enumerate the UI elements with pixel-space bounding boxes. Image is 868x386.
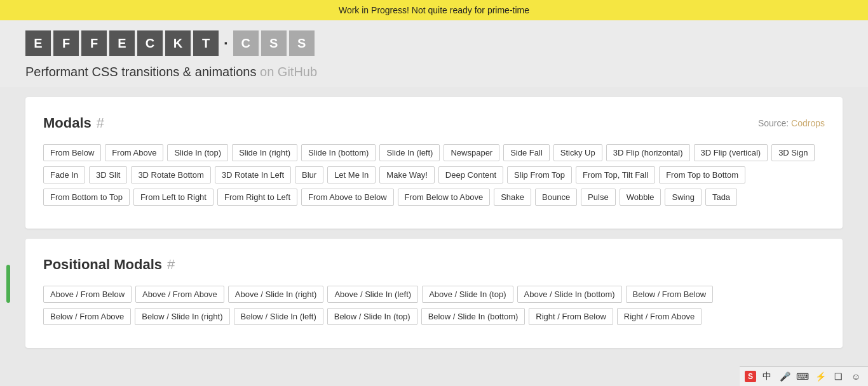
btn-make-way[interactable]: Make Way! [379,166,435,183]
modals-hash[interactable]: # [97,115,104,131]
btn-from-below-to-above[interactable]: From Below to Above [398,189,491,206]
logo-letter-c: C [137,30,163,56]
btn-slide-in-right[interactable]: Slide In (right) [232,144,297,161]
btn-shake[interactable]: Shake [494,189,531,206]
btn-from-below[interactable]: From Below [43,144,101,161]
logo-letter-e2: E [109,30,135,56]
btn-3d-slit[interactable]: 3D Slit [89,166,127,183]
scrollbar-indicator [6,265,10,303]
source-label: Source: Codrops [758,118,825,128]
positional-modals-section: Positional Modals # Above / From Below A… [25,239,843,348]
btn-below-slide-in-bottom[interactable]: Below / Slide In (bottom) [421,308,526,325]
btn-wobble[interactable]: Wobble [620,189,661,206]
codrops-link[interactable]: Codrops [791,118,825,128]
positional-modals-title-text: Positional Modals [43,256,162,273]
btn-tada[interactable]: Tada [705,189,737,206]
modals-title: Modals # Source: Codrops [43,115,825,131]
btn-slip-from-top[interactable]: Slip From Top [507,166,572,183]
btn-pulse[interactable]: Pulse [581,189,616,206]
logo-letter-t: T [193,30,219,56]
banner-text: Work in Progress! Not quite ready for pr… [339,5,529,15]
logo-letter-e: E [25,30,51,56]
btn-slide-in-top[interactable]: Slide In (top) [167,144,228,161]
btn-above-slide-in-bottom[interactable]: Above / Slide In (bottom) [517,286,622,303]
btn-below-from-below[interactable]: Below / From Below [626,286,714,303]
btn-deep-content[interactable]: Deep Content [438,166,503,183]
btn-below-slide-in-right[interactable]: Below / Slide In (right) [135,308,229,325]
btn-below-slide-in-top[interactable]: Below / Slide In (top) [327,308,417,325]
positional-modals-hash[interactable]: # [167,256,175,273]
logo-css-s2: S [289,30,315,56]
btn-above-from-below[interactable]: Above / From Below [43,286,132,303]
logo-css-c: C [233,30,259,56]
btn-bounce[interactable]: Bounce [535,189,577,206]
btn-side-fall[interactable]: Side Fall [503,144,550,161]
btn-3d-rotate-bottom[interactable]: 3D Rotate Bottom [131,166,210,183]
taskbar: S 中 🎤 ⌨ ⚡ ❑ ☺ [740,366,868,368]
btn-right-from-above[interactable]: Right / From Above [617,308,702,325]
positional-modals-title: Positional Modals # [43,256,825,273]
modals-row-3: From Bottom to Top From Left to Right Fr… [43,189,825,206]
modals-row-2: Fade In 3D Slit 3D Rotate Bottom 3D Rota… [43,166,825,183]
btn-sticky-up[interactable]: Sticky Up [553,144,602,161]
logo-letter-f1: F [53,30,79,56]
tagline: Performant CSS transitions & animations … [25,65,843,79]
github-link[interactable]: on GitHub [260,65,317,79]
btn-slide-in-left[interactable]: Slide In (left) [379,144,440,161]
btn-above-slide-in-right[interactable]: Above / Slide In (right) [228,286,324,303]
btn-from-above-to-below[interactable]: From Above to Below [301,189,394,206]
logo-letter-k: K [165,30,191,56]
logo-letter-f2: F [81,30,107,56]
btn-3d-sign[interactable]: 3D Sign [771,144,815,161]
modals-section: Modals # Source: Codrops From Below From… [25,97,843,229]
logo-row: E F F E C K T · C S S [25,30,843,56]
btn-from-right-to-left[interactable]: From Right to Left [217,189,297,206]
btn-swing[interactable]: Swing [665,189,701,206]
btn-3d-flip-h[interactable]: 3D Flip (horizontal) [606,144,690,161]
positional-row-2: Below / From Above Below / Slide In (rig… [43,308,825,325]
btn-from-above[interactable]: From Above [105,144,163,161]
positional-row-1: Above / From Below Above / From Above Ab… [43,286,825,303]
btn-3d-flip-v[interactable]: 3D Flip (vertical) [694,144,768,161]
btn-below-from-above[interactable]: Below / From Above [43,308,131,325]
btn-from-bottom-to-top[interactable]: From Bottom to Top [43,189,130,206]
top-banner: Work in Progress! Not quite ready for pr… [0,0,868,20]
btn-fade-in[interactable]: Fade In [43,166,85,183]
modals-row-1: From Below From Above Slide In (top) Sli… [43,144,825,161]
tagline-text: Performant CSS transitions & animations [25,65,257,79]
btn-from-top-to-bottom[interactable]: From Top to Bottom [659,166,745,183]
btn-below-slide-in-left[interactable]: Below / Slide In (left) [234,308,323,325]
btn-let-me-in[interactable]: Let Me In [327,166,376,183]
header: E F F E C K T · C S S Performant CSS tra… [0,20,868,87]
logo-css-s1: S [261,30,287,56]
btn-from-left-to-right[interactable]: From Left to Right [133,189,214,206]
btn-above-from-above[interactable]: Above / From Above [135,286,224,303]
btn-above-slide-in-top[interactable]: Above / Slide In (top) [422,286,513,303]
logo-dot: · [224,34,228,52]
btn-above-slide-in-left[interactable]: Above / Slide In (left) [327,286,418,303]
btn-from-top-tilt-fall[interactable]: From Top, Tilt Fall [576,166,655,183]
btn-3d-rotate-in-left[interactable]: 3D Rotate In Left [215,166,291,183]
btn-right-from-below[interactable]: Right / From Below [529,308,613,325]
btn-blur[interactable]: Blur [295,166,323,183]
modals-title-text: Modals [43,115,92,131]
btn-newspaper[interactable]: Newspaper [444,144,499,161]
btn-slide-in-bottom[interactable]: Slide In (bottom) [301,144,376,161]
main-content: Modals # Source: Codrops From Below From… [0,87,868,368]
